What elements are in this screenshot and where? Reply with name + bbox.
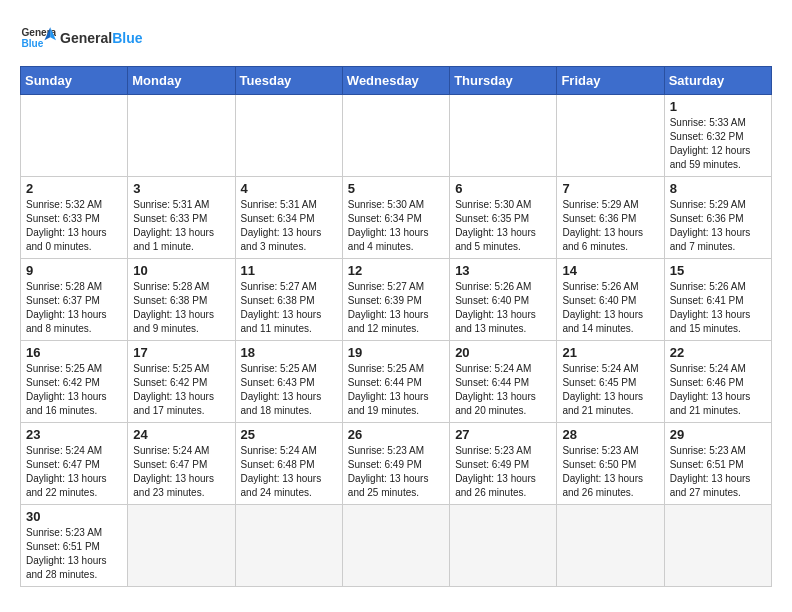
calendar-header-row: SundayMondayTuesdayWednesdayThursdayFrid… (21, 67, 772, 95)
day-info: Sunrise: 5:24 AM Sunset: 6:47 PM Dayligh… (133, 444, 229, 500)
logo-general: GeneralBlue (60, 30, 142, 46)
day-number: 25 (241, 427, 337, 442)
day-number: 29 (670, 427, 766, 442)
day-info: Sunrise: 5:24 AM Sunset: 6:47 PM Dayligh… (26, 444, 122, 500)
day-info: Sunrise: 5:28 AM Sunset: 6:37 PM Dayligh… (26, 280, 122, 336)
day-of-week-header: Tuesday (235, 67, 342, 95)
day-number: 10 (133, 263, 229, 278)
calendar-day-cell: 8Sunrise: 5:29 AM Sunset: 6:36 PM Daylig… (664, 177, 771, 259)
day-number: 9 (26, 263, 122, 278)
day-number: 11 (241, 263, 337, 278)
day-info: Sunrise: 5:23 AM Sunset: 6:49 PM Dayligh… (455, 444, 551, 500)
calendar-day-cell (450, 505, 557, 587)
calendar-day-cell (450, 95, 557, 177)
day-info: Sunrise: 5:26 AM Sunset: 6:40 PM Dayligh… (562, 280, 658, 336)
calendar-day-cell: 25Sunrise: 5:24 AM Sunset: 6:48 PM Dayli… (235, 423, 342, 505)
day-info: Sunrise: 5:30 AM Sunset: 6:35 PM Dayligh… (455, 198, 551, 254)
calendar-day-cell: 24Sunrise: 5:24 AM Sunset: 6:47 PM Dayli… (128, 423, 235, 505)
day-info: Sunrise: 5:23 AM Sunset: 6:50 PM Dayligh… (562, 444, 658, 500)
calendar-day-cell (664, 505, 771, 587)
calendar-day-cell: 11Sunrise: 5:27 AM Sunset: 6:38 PM Dayli… (235, 259, 342, 341)
day-info: Sunrise: 5:24 AM Sunset: 6:48 PM Dayligh… (241, 444, 337, 500)
calendar-day-cell: 16Sunrise: 5:25 AM Sunset: 6:42 PM Dayli… (21, 341, 128, 423)
day-info: Sunrise: 5:31 AM Sunset: 6:33 PM Dayligh… (133, 198, 229, 254)
calendar-day-cell (342, 505, 449, 587)
day-number: 12 (348, 263, 444, 278)
day-number: 2 (26, 181, 122, 196)
calendar-table: SundayMondayTuesdayWednesdayThursdayFrid… (20, 66, 772, 587)
day-info: Sunrise: 5:26 AM Sunset: 6:40 PM Dayligh… (455, 280, 551, 336)
calendar-day-cell (128, 95, 235, 177)
day-number: 19 (348, 345, 444, 360)
day-info: Sunrise: 5:23 AM Sunset: 6:51 PM Dayligh… (670, 444, 766, 500)
calendar-day-cell: 7Sunrise: 5:29 AM Sunset: 6:36 PM Daylig… (557, 177, 664, 259)
logo-icon: General Blue (20, 20, 56, 56)
day-info: Sunrise: 5:27 AM Sunset: 6:38 PM Dayligh… (241, 280, 337, 336)
calendar-week-row: 9Sunrise: 5:28 AM Sunset: 6:37 PM Daylig… (21, 259, 772, 341)
calendar-day-cell (235, 95, 342, 177)
day-number: 14 (562, 263, 658, 278)
day-of-week-header: Monday (128, 67, 235, 95)
day-of-week-header: Thursday (450, 67, 557, 95)
day-number: 13 (455, 263, 551, 278)
day-number: 24 (133, 427, 229, 442)
svg-text:Blue: Blue (21, 38, 43, 49)
day-number: 22 (670, 345, 766, 360)
day-number: 6 (455, 181, 551, 196)
calendar-day-cell (557, 95, 664, 177)
day-of-week-header: Friday (557, 67, 664, 95)
page-header: General Blue GeneralBlue (20, 20, 772, 56)
day-info: Sunrise: 5:26 AM Sunset: 6:41 PM Dayligh… (670, 280, 766, 336)
calendar-day-cell (342, 95, 449, 177)
day-info: Sunrise: 5:27 AM Sunset: 6:39 PM Dayligh… (348, 280, 444, 336)
day-number: 28 (562, 427, 658, 442)
day-of-week-header: Saturday (664, 67, 771, 95)
day-info: Sunrise: 5:30 AM Sunset: 6:34 PM Dayligh… (348, 198, 444, 254)
day-number: 7 (562, 181, 658, 196)
calendar-week-row: 2Sunrise: 5:32 AM Sunset: 6:33 PM Daylig… (21, 177, 772, 259)
day-info: Sunrise: 5:23 AM Sunset: 6:49 PM Dayligh… (348, 444, 444, 500)
day-info: Sunrise: 5:33 AM Sunset: 6:32 PM Dayligh… (670, 116, 766, 172)
day-info: Sunrise: 5:28 AM Sunset: 6:38 PM Dayligh… (133, 280, 229, 336)
day-of-week-header: Wednesday (342, 67, 449, 95)
day-info: Sunrise: 5:24 AM Sunset: 6:44 PM Dayligh… (455, 362, 551, 418)
day-number: 15 (670, 263, 766, 278)
calendar-day-cell (235, 505, 342, 587)
calendar-day-cell: 23Sunrise: 5:24 AM Sunset: 6:47 PM Dayli… (21, 423, 128, 505)
day-number: 20 (455, 345, 551, 360)
calendar-day-cell: 30Sunrise: 5:23 AM Sunset: 6:51 PM Dayli… (21, 505, 128, 587)
calendar-day-cell: 18Sunrise: 5:25 AM Sunset: 6:43 PM Dayli… (235, 341, 342, 423)
calendar-day-cell: 22Sunrise: 5:24 AM Sunset: 6:46 PM Dayli… (664, 341, 771, 423)
calendar-day-cell: 14Sunrise: 5:26 AM Sunset: 6:40 PM Dayli… (557, 259, 664, 341)
calendar-day-cell: 21Sunrise: 5:24 AM Sunset: 6:45 PM Dayli… (557, 341, 664, 423)
calendar-day-cell (21, 95, 128, 177)
day-number: 18 (241, 345, 337, 360)
calendar-day-cell: 17Sunrise: 5:25 AM Sunset: 6:42 PM Dayli… (128, 341, 235, 423)
day-info: Sunrise: 5:23 AM Sunset: 6:51 PM Dayligh… (26, 526, 122, 582)
calendar-week-row: 30Sunrise: 5:23 AM Sunset: 6:51 PM Dayli… (21, 505, 772, 587)
calendar-day-cell: 9Sunrise: 5:28 AM Sunset: 6:37 PM Daylig… (21, 259, 128, 341)
day-number: 4 (241, 181, 337, 196)
logo: General Blue GeneralBlue (20, 20, 142, 56)
calendar-day-cell: 15Sunrise: 5:26 AM Sunset: 6:41 PM Dayli… (664, 259, 771, 341)
day-number: 1 (670, 99, 766, 114)
calendar-day-cell: 2Sunrise: 5:32 AM Sunset: 6:33 PM Daylig… (21, 177, 128, 259)
day-number: 16 (26, 345, 122, 360)
calendar-day-cell: 13Sunrise: 5:26 AM Sunset: 6:40 PM Dayli… (450, 259, 557, 341)
day-number: 30 (26, 509, 122, 524)
calendar-day-cell: 12Sunrise: 5:27 AM Sunset: 6:39 PM Dayli… (342, 259, 449, 341)
day-number: 5 (348, 181, 444, 196)
calendar-day-cell: 5Sunrise: 5:30 AM Sunset: 6:34 PM Daylig… (342, 177, 449, 259)
day-info: Sunrise: 5:25 AM Sunset: 6:42 PM Dayligh… (133, 362, 229, 418)
day-number: 8 (670, 181, 766, 196)
day-info: Sunrise: 5:32 AM Sunset: 6:33 PM Dayligh… (26, 198, 122, 254)
calendar-day-cell (128, 505, 235, 587)
calendar-day-cell: 4Sunrise: 5:31 AM Sunset: 6:34 PM Daylig… (235, 177, 342, 259)
calendar-week-row: 1Sunrise: 5:33 AM Sunset: 6:32 PM Daylig… (21, 95, 772, 177)
calendar-day-cell (557, 505, 664, 587)
calendar-day-cell: 28Sunrise: 5:23 AM Sunset: 6:50 PM Dayli… (557, 423, 664, 505)
calendar-day-cell: 1Sunrise: 5:33 AM Sunset: 6:32 PM Daylig… (664, 95, 771, 177)
calendar-day-cell: 29Sunrise: 5:23 AM Sunset: 6:51 PM Dayli… (664, 423, 771, 505)
calendar-day-cell: 26Sunrise: 5:23 AM Sunset: 6:49 PM Dayli… (342, 423, 449, 505)
day-info: Sunrise: 5:24 AM Sunset: 6:46 PM Dayligh… (670, 362, 766, 418)
